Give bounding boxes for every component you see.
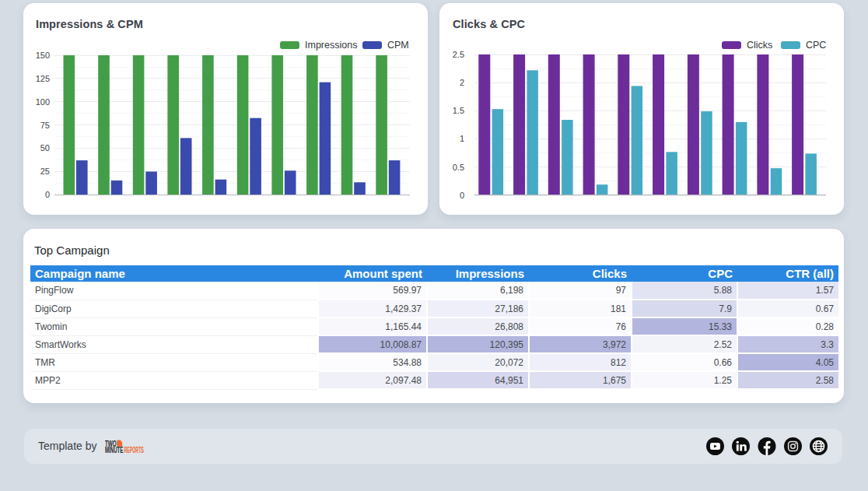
svg-text:2: 2: [460, 78, 464, 87]
svg-text:125: 125: [36, 74, 50, 83]
svg-text:0: 0: [460, 191, 464, 200]
svg-text:1.5: 1.5: [453, 106, 464, 115]
svg-text:REPORTS: REPORTS: [124, 445, 144, 454]
svg-text:1: 1: [460, 134, 464, 143]
svg-text:0: 0: [45, 190, 50, 199]
svg-text:100: 100: [36, 97, 50, 107]
svg-text:2.5: 2.5: [453, 50, 464, 59]
svg-text:150: 150: [36, 51, 50, 60]
svg-text:25: 25: [40, 167, 50, 176]
svg-text:50: 50: [40, 143, 50, 153]
svg-text:MINUTE: MINUTE: [105, 445, 123, 454]
svg-text:75: 75: [40, 121, 50, 130]
svg-text:0.5: 0.5: [453, 163, 464, 172]
